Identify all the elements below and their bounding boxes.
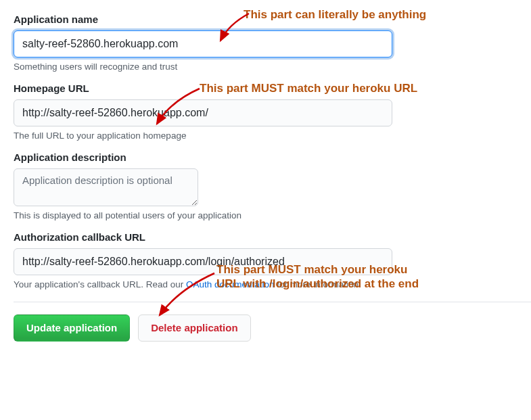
input-homepage-url[interactable]: [14, 99, 392, 126]
group-description: Application description This is displaye…: [14, 151, 517, 220]
help-description: This is displayed to all potential users…: [14, 210, 517, 220]
label-description: Application description: [14, 151, 517, 163]
help-homepage-url: The full URL to your application homepag…: [14, 131, 517, 141]
divider: [14, 302, 531, 302]
textarea-description[interactable]: [14, 168, 198, 206]
label-callback-url: Authorization callback URL: [14, 231, 517, 243]
label-homepage-url: Homepage URL: [14, 83, 517, 94]
input-app-name[interactable]: [14, 30, 392, 57]
delete-button[interactable]: Delete application: [138, 314, 250, 342]
update-button[interactable]: Update application: [14, 314, 130, 342]
label-app-name: Application name: [14, 14, 517, 25]
help-callback-post: for more information.: [275, 279, 361, 289]
help-callback-url: Your application's callback URL. Read ou…: [14, 279, 517, 289]
group-homepage-url: Homepage URL The full URL to your applic…: [14, 83, 517, 141]
button-row: Update application Delete application: [14, 314, 517, 342]
group-callback-url: Authorization callback URL Your applicat…: [14, 231, 517, 289]
help-app-name: Something users will recognize and trust: [14, 62, 517, 72]
link-oauth-docs[interactable]: OAuth documentation: [186, 279, 275, 289]
group-app-name: Application name Something users will re…: [14, 14, 517, 72]
input-callback-url[interactable]: [14, 248, 392, 275]
help-callback-pre: Your application's callback URL. Read ou…: [14, 279, 186, 289]
